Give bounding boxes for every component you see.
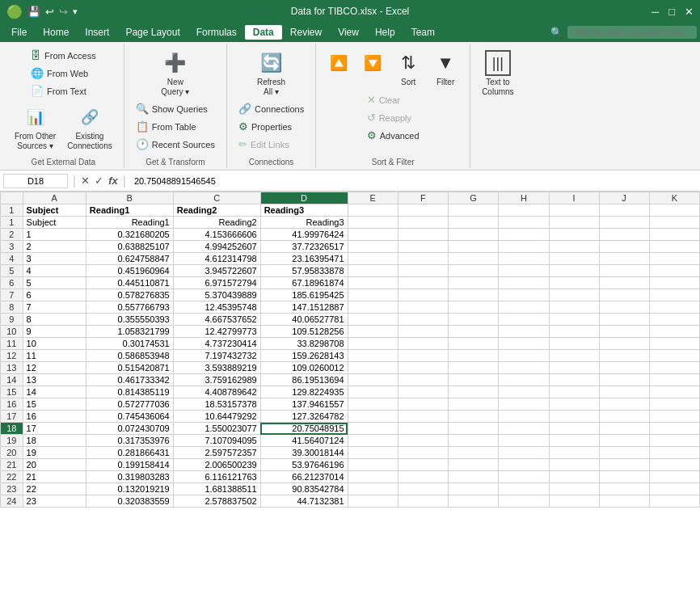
cell-empty-13-3[interactable] bbox=[499, 362, 549, 374]
cell-d20[interactable]: 39.30018144 bbox=[260, 447, 348, 459]
cell-empty-10-0[interactable] bbox=[348, 326, 398, 338]
cell-a22[interactable]: 21 bbox=[23, 471, 86, 483]
cell-b6[interactable]: 0.445110871 bbox=[86, 277, 173, 289]
cell-empty-14-5[interactable] bbox=[599, 374, 649, 386]
cell-empty-14-2[interactable] bbox=[448, 374, 498, 386]
cell-empty-19-0[interactable] bbox=[348, 435, 398, 447]
cell-empty-24-2[interactable] bbox=[448, 495, 498, 508]
cell-empty-23-4[interactable] bbox=[549, 483, 599, 495]
filter-button[interactable]: ▼ Filter bbox=[428, 47, 463, 90]
menu-insert[interactable]: Insert bbox=[77, 25, 117, 40]
cell-k1[interactable] bbox=[649, 204, 699, 217]
cell-empty-6-1[interactable] bbox=[398, 277, 448, 289]
cell-c14[interactable]: 3.759162989 bbox=[173, 374, 260, 386]
menu-help[interactable]: Help bbox=[367, 25, 403, 40]
cell-empty-20-3[interactable] bbox=[499, 447, 549, 459]
cell-empty-22-2[interactable] bbox=[448, 471, 498, 483]
cell-empty-1-2[interactable] bbox=[448, 217, 498, 229]
refresh-all-button[interactable]: 🔄 RefreshAll ▾ bbox=[252, 47, 290, 100]
cell-empty-11-0[interactable] bbox=[348, 338, 398, 350]
cell-a1[interactable]: Subject bbox=[23, 217, 86, 229]
cell-empty-22-0[interactable] bbox=[348, 471, 398, 483]
cell-empty-21-1[interactable] bbox=[398, 459, 448, 471]
cell-empty-4-3[interactable] bbox=[499, 253, 549, 265]
cell-empty-24-0[interactable] bbox=[348, 495, 398, 508]
connections-button[interactable]: 🔗 Connections bbox=[234, 100, 309, 117]
cell-empty-7-6[interactable] bbox=[649, 289, 699, 301]
cell-empty-5-6[interactable] bbox=[649, 265, 699, 277]
cell-empty-17-2[interactable] bbox=[448, 411, 498, 423]
sort-button[interactable]: ⇅ Sort bbox=[390, 47, 426, 90]
cell-c16[interactable]: 18.53157378 bbox=[173, 398, 260, 411]
cell-empty-9-1[interactable] bbox=[398, 314, 448, 326]
cell-empty-2-3[interactable] bbox=[499, 229, 549, 241]
cell-empty-12-0[interactable] bbox=[348, 350, 398, 362]
formula-input[interactable] bbox=[131, 176, 697, 186]
menu-page-layout[interactable]: Page Layout bbox=[117, 25, 188, 40]
cell-b9[interactable]: 0.355550393 bbox=[86, 314, 173, 326]
tell-me-input[interactable] bbox=[567, 26, 697, 39]
cell-b15[interactable]: 0.814385119 bbox=[86, 386, 173, 398]
cell-empty-13-2[interactable] bbox=[448, 362, 498, 374]
cell-b14[interactable]: 0.461733342 bbox=[86, 374, 173, 386]
cell-c17[interactable]: 10.64479292 bbox=[173, 411, 260, 423]
advanced-button[interactable]: ⚙ Advanced bbox=[362, 127, 424, 144]
cell-empty-10-6[interactable] bbox=[649, 326, 699, 338]
cell-d16[interactable]: 137.9461557 bbox=[260, 398, 348, 411]
cell-empty-7-4[interactable] bbox=[549, 289, 599, 301]
cell-empty-19-3[interactable] bbox=[499, 435, 549, 447]
cell-empty-10-4[interactable] bbox=[549, 326, 599, 338]
cell-a24[interactable]: 23 bbox=[23, 495, 86, 508]
properties-button[interactable]: ⚙ Properties bbox=[234, 118, 297, 135]
cell-empty-18-4[interactable] bbox=[549, 423, 599, 435]
cell-d21[interactable]: 53.97646196 bbox=[260, 459, 348, 471]
cell-empty-22-1[interactable] bbox=[398, 471, 448, 483]
reapply-button[interactable]: ↺ Reapply bbox=[362, 109, 416, 126]
cell-empty-6-2[interactable] bbox=[448, 277, 498, 289]
cell-empty-2-5[interactable] bbox=[599, 229, 649, 241]
cell-empty-13-4[interactable] bbox=[549, 362, 599, 374]
cell-empty-2-6[interactable] bbox=[649, 229, 699, 241]
cell-c24[interactable]: 2.578837502 bbox=[173, 495, 260, 508]
cell-empty-13-0[interactable] bbox=[348, 362, 398, 374]
cell-empty-11-4[interactable] bbox=[549, 338, 599, 350]
cell-empty-17-0[interactable] bbox=[348, 411, 398, 423]
cancel-formula-icon[interactable]: ✕ bbox=[81, 175, 90, 187]
cell-a2[interactable]: 1 bbox=[23, 229, 86, 241]
cell-d15[interactable]: 129.8224935 bbox=[260, 386, 348, 398]
new-query-button[interactable]: ➕ NewQuery ▾ bbox=[156, 47, 194, 100]
cell-c19[interactable]: 7.107094095 bbox=[173, 435, 260, 447]
cell-c7[interactable]: 5.370439889 bbox=[173, 289, 260, 301]
cell-empty-3-5[interactable] bbox=[599, 241, 649, 253]
cell-a1[interactable]: Subject bbox=[23, 204, 86, 217]
cell-empty-7-3[interactable] bbox=[499, 289, 549, 301]
cell-b1[interactable]: Reading1 bbox=[86, 217, 173, 229]
cell-j1[interactable] bbox=[599, 204, 649, 217]
cell-empty-8-2[interactable] bbox=[448, 301, 498, 314]
cell-empty-16-5[interactable] bbox=[599, 398, 649, 411]
cell-d11[interactable]: 33.8298708 bbox=[260, 338, 348, 350]
menu-review[interactable]: Review bbox=[282, 25, 330, 40]
cell-empty-15-5[interactable] bbox=[599, 386, 649, 398]
cell-b7[interactable]: 0.578276835 bbox=[86, 289, 173, 301]
cell-empty-20-4[interactable] bbox=[549, 447, 599, 459]
cell-empty-10-1[interactable] bbox=[398, 326, 448, 338]
cell-d2[interactable]: 41.99976424 bbox=[260, 229, 348, 241]
cell-empty-16-2[interactable] bbox=[448, 398, 498, 411]
cell-empty-9-0[interactable] bbox=[348, 314, 398, 326]
cell-empty-14-3[interactable] bbox=[499, 374, 549, 386]
cell-empty-2-4[interactable] bbox=[549, 229, 599, 241]
cell-empty-3-1[interactable] bbox=[398, 241, 448, 253]
cell-b13[interactable]: 0.515420871 bbox=[86, 362, 173, 374]
cell-empty-4-6[interactable] bbox=[649, 253, 699, 265]
cell-empty-21-0[interactable] bbox=[348, 459, 398, 471]
col-header-i[interactable]: I bbox=[549, 192, 599, 204]
cell-b21[interactable]: 0.199158414 bbox=[86, 459, 173, 471]
cell-empty-24-5[interactable] bbox=[599, 495, 649, 508]
existing-connections-button[interactable]: 🔗 ExistingConnections bbox=[62, 101, 117, 154]
cell-empty-13-1[interactable] bbox=[398, 362, 448, 374]
cell-b16[interactable]: 0.572777036 bbox=[86, 398, 173, 411]
cell-g1[interactable] bbox=[448, 204, 498, 217]
cell-d9[interactable]: 40.06527781 bbox=[260, 314, 348, 326]
cell-empty-12-4[interactable] bbox=[549, 350, 599, 362]
